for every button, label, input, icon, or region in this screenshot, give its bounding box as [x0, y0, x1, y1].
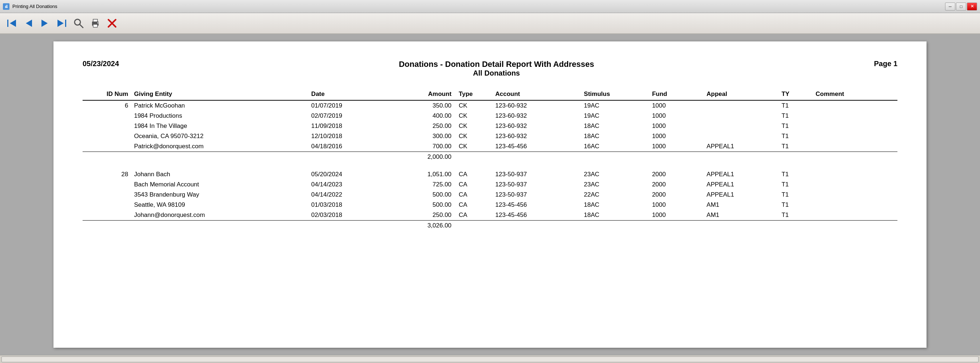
search-button[interactable]: [71, 16, 86, 30]
tx-account: 123-45-456: [495, 200, 584, 210]
tx-amount: 250.00: [386, 121, 454, 131]
tx-stimulus: 23AC: [584, 179, 652, 190]
table-row: Johann@donorquest.com02/03/2018250.00CA1…: [83, 210, 897, 220]
tx-ty: T1: [781, 111, 816, 121]
tx-comment: [816, 131, 897, 141]
tx-fund: 1000: [652, 100, 706, 111]
svg-rect-4: [65, 20, 66, 27]
tx-comment: [816, 121, 897, 131]
close-report-button[interactable]: [105, 16, 119, 30]
col-amount: Amount: [386, 88, 454, 100]
minimize-button[interactable]: ─: [945, 3, 955, 11]
tx-appeal: [706, 111, 781, 121]
donor-entity: 1984 Productions: [134, 111, 311, 121]
col-fund: Fund: [652, 88, 706, 100]
col-appeal: Appeal: [706, 88, 781, 100]
donor-entity: Johann@donorquest.com: [134, 210, 311, 220]
close-window-button[interactable]: ✕: [967, 3, 977, 11]
table-row: 6Patrick McGoohan01/07/2019350.00CK123-6…: [83, 100, 897, 111]
first-page-button[interactable]: [4, 16, 19, 30]
report-date: 05/23/2024: [83, 60, 119, 68]
window-controls: ─ □ ✕: [945, 3, 977, 11]
svg-rect-10: [93, 24, 97, 27]
tx-account: 123-60-932: [495, 131, 584, 141]
table-row: Seattle, WA 9810901/03/2018500.00CA123-4…: [83, 200, 897, 210]
tx-comment: [816, 179, 897, 190]
tx-fund: 2000: [652, 179, 706, 190]
last-page-button[interactable]: [54, 16, 69, 30]
main-content-area: 05/23/2024 Donations - Donation Detail R…: [0, 34, 980, 355]
window-title: Printing All Donations: [13, 4, 942, 9]
tx-date: 11/09/2018: [312, 121, 386, 131]
report-header: 05/23/2024 Donations - Donation Detail R…: [83, 60, 897, 78]
tx-fund: 2000: [652, 190, 706, 200]
tx-appeal: APPEAL1: [706, 141, 781, 152]
donor-entity: Johann Bach: [134, 169, 311, 179]
tx-ty: T1: [781, 131, 816, 141]
tx-date: 01/03/2018: [312, 200, 386, 210]
donor-id: [83, 121, 134, 131]
table-row: 1984 In The Village11/09/2018250.00CK123…: [83, 121, 897, 131]
tx-stimulus: 18AC: [584, 200, 652, 210]
tx-appeal: APPEAL1: [706, 190, 781, 200]
tx-stimulus: 16AC: [584, 141, 652, 152]
table-row: 28Johann Bach05/20/20241,051.00CA123-50-…: [83, 169, 897, 179]
tx-appeal: AM1: [706, 210, 781, 220]
horizontal-scrollbar[interactable]: [2, 357, 978, 362]
table-row: 3543 Brandenburg Way04/14/2022500.00CA12…: [83, 190, 897, 200]
print-button[interactable]: [88, 16, 103, 30]
svg-point-11: [97, 22, 99, 24]
svg-marker-1: [10, 20, 16, 27]
subtotal-amount: 2,000.00: [386, 152, 454, 162]
report-title-sub: All Donations: [119, 69, 874, 78]
donor-id: 28: [83, 169, 134, 179]
maximize-button[interactable]: □: [956, 3, 966, 11]
table-row: Bach Memorial Account04/14/2023725.00CA1…: [83, 179, 897, 190]
tx-date: 02/03/2018: [312, 210, 386, 220]
prev-page-button[interactable]: [21, 16, 36, 30]
tx-account: 123-45-456: [495, 210, 584, 220]
subtotal-row: 2,000.00: [83, 152, 897, 162]
next-page-button[interactable]: [38, 16, 52, 30]
donor-entity: Seattle, WA 98109: [134, 200, 311, 210]
table-row: 1984 Productions02/07/2019400.00CK123-60…: [83, 111, 897, 121]
tx-account: 123-50-937: [495, 179, 584, 190]
tx-type: CA: [454, 210, 495, 220]
col-account: Account: [495, 88, 584, 100]
donor-entity: Oceania, CA 95070-3212: [134, 131, 311, 141]
tx-amount: 500.00: [386, 190, 454, 200]
tx-amount: 700.00: [386, 141, 454, 152]
tx-stimulus: 18AC: [584, 121, 652, 131]
tx-appeal: [706, 121, 781, 131]
donor-entity: Patrick McGoohan: [134, 100, 311, 111]
toolbar: [0, 13, 980, 34]
tx-account: 123-60-932: [495, 121, 584, 131]
tx-amount: 300.00: [386, 131, 454, 141]
tx-amount: 1,051.00: [386, 169, 454, 179]
tx-stimulus: 19AC: [584, 111, 652, 121]
col-ty: TY: [781, 88, 816, 100]
tx-stimulus: 23AC: [584, 169, 652, 179]
tx-type: CK: [454, 121, 495, 131]
tx-appeal: [706, 100, 781, 111]
tx-fund: 1000: [652, 200, 706, 210]
donor-entity: Patrick@donorquest.com: [134, 141, 311, 152]
report-title-main: Donations - Donation Detail Report With …: [119, 60, 874, 69]
col-date: Date: [312, 88, 386, 100]
subtotal-amount: 3,026.00: [386, 220, 454, 231]
tx-ty: T1: [781, 200, 816, 210]
report-page-number: Page 1: [874, 60, 897, 68]
tx-fund: 1000: [652, 131, 706, 141]
donor-id: [83, 200, 134, 210]
donor-id: [83, 190, 134, 200]
svg-marker-2: [26, 20, 32, 27]
tx-amount: 725.00: [386, 179, 454, 190]
tx-stimulus: 18AC: [584, 131, 652, 141]
tx-account: 123-60-932: [495, 111, 584, 121]
tx-type: CK: [454, 100, 495, 111]
tx-account: 123-60-932: [495, 100, 584, 111]
tx-account: 123-50-937: [495, 169, 584, 179]
donor-id: [83, 141, 134, 152]
tx-amount: 500.00: [386, 200, 454, 210]
tx-comment: [816, 169, 897, 179]
